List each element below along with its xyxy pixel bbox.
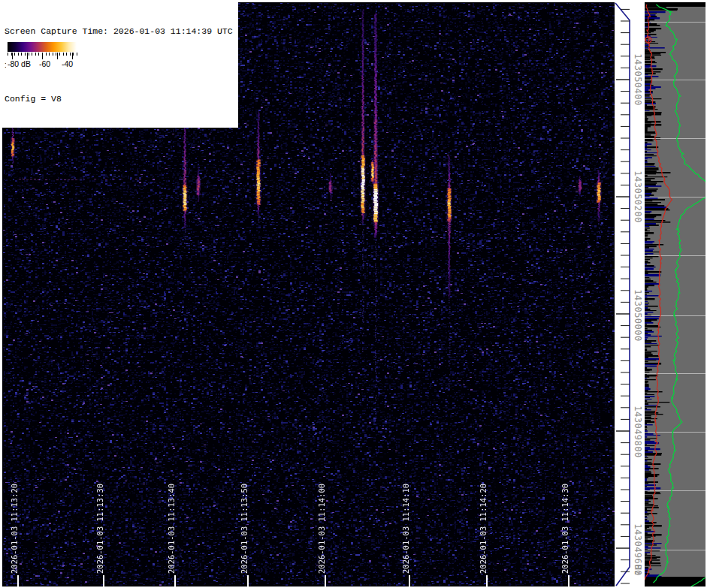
spectrogram-app-window: 2026-01-03 11:13:202026-01-03 11:13:3020… xyxy=(0,0,707,588)
legend-minor-tick xyxy=(18,53,19,56)
legend-minor-tick xyxy=(38,53,39,56)
freq-axis-unit-label: Hz xyxy=(633,565,643,575)
legend-minor-tick xyxy=(70,53,71,56)
time-axis-label: 2026-01-03 11:13:50 xyxy=(240,484,249,574)
legend-minor-tick xyxy=(77,53,77,56)
time-axis-tick xyxy=(486,575,488,586)
time-axis-tick xyxy=(103,575,104,586)
time-axis-tick xyxy=(247,575,249,586)
config-text: Config = V8 xyxy=(5,93,236,104)
capture-time-text: Screen Capture Time: 2026-01-03 11:14:39… xyxy=(5,26,236,37)
time-axis-tick xyxy=(409,575,410,586)
time-axis-tick xyxy=(174,575,176,586)
frequency-axis: 1430504001430502001430500001430498001430… xyxy=(615,2,645,586)
legend-major-tick xyxy=(72,53,73,59)
legend-minor-tick xyxy=(63,53,64,56)
legend-major-tick xyxy=(57,53,58,59)
legend-major-tick xyxy=(12,53,13,59)
legend-minor-tick xyxy=(29,53,29,56)
legend-label-max: -40 xyxy=(62,59,73,68)
legend-minor-tick xyxy=(59,53,60,56)
legend-minor-tick xyxy=(14,53,15,56)
legend-minor-tick xyxy=(49,53,50,56)
legend-minor-tick xyxy=(21,53,22,56)
time-axis-tick xyxy=(568,575,570,586)
legend-label-mid: -60 xyxy=(39,59,50,68)
time-axis-label: 2026-01-03 11:14:00 xyxy=(317,484,326,574)
legend-label-min: -80 dB xyxy=(8,59,31,68)
time-axis-label: 2026-01-03 11:13:30 xyxy=(95,484,104,574)
legend-minor-tick xyxy=(25,53,26,56)
time-axis-tick xyxy=(325,575,326,586)
legend-minor-tick xyxy=(8,53,8,56)
time-axis-label: 2026-01-03 11:13:20 xyxy=(10,484,19,574)
time-axis-tick xyxy=(17,575,19,586)
freq-axis-label: 143050200 xyxy=(633,170,643,223)
spectrum-panel-canvas xyxy=(645,2,705,586)
legend-major-tick xyxy=(27,53,28,59)
colormap-gradient-bar xyxy=(8,42,77,52)
legend-minor-tick xyxy=(35,53,36,56)
legend-major-tick xyxy=(42,53,43,59)
time-axis-label: 2026-01-03 11:14:30 xyxy=(560,484,570,574)
time-axis-label: 2026-01-03 11:14:20 xyxy=(479,484,488,574)
legend-minor-tick xyxy=(73,53,74,56)
freq-axis-label: 143050000 xyxy=(633,289,643,342)
time-axis-label: 2026-01-03 11:14:10 xyxy=(401,484,410,574)
legend-minor-tick xyxy=(32,53,32,56)
freq-axis-label: 143050400 xyxy=(633,53,643,106)
legend-minor-tick xyxy=(53,53,53,56)
legend-minor-tick xyxy=(66,53,67,56)
color-scale-legend: -80 dB -60 -40 xyxy=(6,41,78,71)
time-axis-label: 2026-01-03 11:13:40 xyxy=(167,484,176,574)
freq-axis-label: 143049800 xyxy=(633,406,643,458)
legend-minor-tick xyxy=(46,53,47,56)
